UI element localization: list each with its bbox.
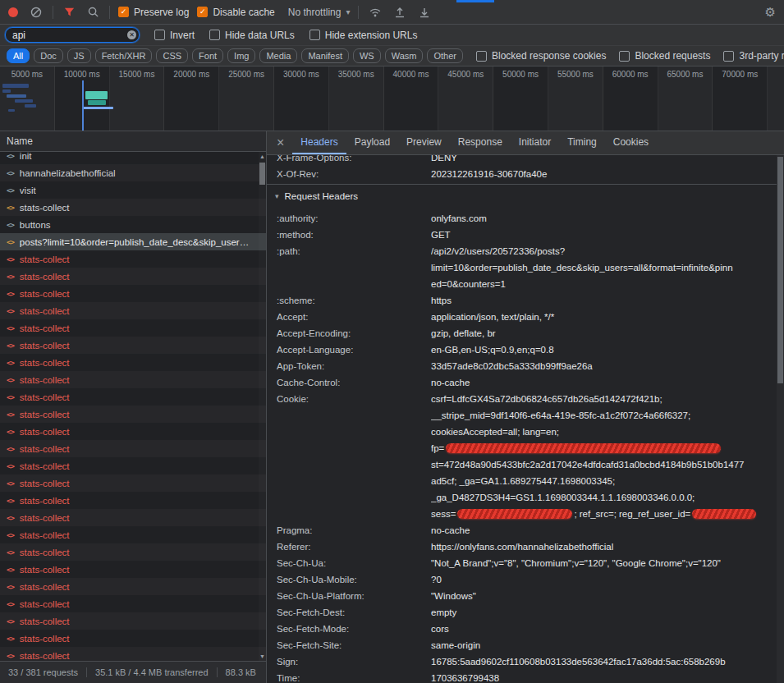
request-row[interactable]: <>stats-collect: [0, 406, 266, 423]
request-list-scrollbar[interactable]: ▲ ▼: [259, 152, 266, 661]
overview-column: 25000 ms: [219, 66, 274, 131]
scroll-up-icon[interactable]: ▲: [259, 154, 266, 159]
overview-time-label: 40000 ms: [384, 70, 438, 79]
type-filter-all[interactable]: All: [7, 48, 30, 63]
export-har-button[interactable]: [416, 4, 433, 21]
filter-input[interactable]: [5, 27, 140, 43]
request-name: stats-collect: [20, 617, 70, 626]
request-row[interactable]: <>stats-collect: [0, 630, 266, 647]
3rd-party-requests-checkbox[interactable]: 3rd-party requests: [723, 50, 784, 62]
request-list-panel: Name <>init<>hannahelizabethofficial<>vi…: [0, 131, 267, 683]
request-row[interactable]: <>visit: [0, 181, 266, 199]
type-filter-manifest[interactable]: Manifest: [301, 48, 349, 63]
import-har-button[interactable]: [392, 4, 408, 21]
request-row[interactable]: <>stats-collect: [0, 526, 266, 543]
header-value: onlyfans.com: [431, 210, 777, 227]
search-button[interactable]: [85, 4, 101, 20]
type-filter-font[interactable]: Font: [192, 48, 223, 63]
request-headers-section-header[interactable]: ▾ Request Headers: [267, 185, 777, 207]
request-row[interactable]: <>stats-collect: [0, 474, 266, 492]
blocked-response-cookies-checkbox[interactable]: Blocked response cookies: [476, 50, 606, 62]
invert-checkbox[interactable]: Invert: [154, 30, 195, 41]
request-row[interactable]: <>stats-collect: [0, 199, 266, 216]
request-row[interactable]: <>init: [0, 152, 266, 164]
preserve-log-checkbox[interactable]: Preserve log: [118, 7, 189, 18]
overview-column: 65000 ms: [658, 66, 713, 131]
network-main-area: Name <>init<>hannahelizabethofficial<>vi…: [0, 131, 784, 683]
timeline-overview[interactable]: 5000 ms10000 ms15000 ms20000 ms25000 ms3…: [0, 66, 784, 131]
header-name: Accept-Encoding:: [267, 325, 431, 342]
request-row[interactable]: <>hannahelizabethofficial: [0, 164, 266, 181]
header-row: Time:1703636799438: [267, 670, 777, 683]
request-row[interactable]: <>stats-collect: [0, 302, 266, 319]
request-row[interactable]: <>stats-collect: [0, 457, 266, 474]
cookie-text: __stripe_mid=9df140f6-e64a-419e-85fc-a1c…: [431, 410, 690, 420]
request-row[interactable]: <>stats-collect: [0, 509, 266, 526]
request-name: stats-collect: [20, 289, 70, 299]
hide-data-urls-checkbox[interactable]: Hide data URLs: [209, 30, 295, 41]
request-row[interactable]: <>stats-collect: [0, 354, 266, 371]
request-row[interactable]: <>stats-collect: [0, 250, 266, 268]
scrollbar-thumb[interactable]: [259, 163, 265, 185]
tab-response[interactable]: Response: [450, 131, 511, 154]
tab-payload[interactable]: Payload: [346, 131, 398, 154]
request-row[interactable]: <>stats-collect: [0, 561, 266, 578]
blocked-requests-checkbox[interactable]: Blocked requests: [619, 50, 710, 62]
request-row[interactable]: <>stats-collect: [0, 371, 266, 388]
type-filter-css[interactable]: CSS: [156, 48, 188, 63]
tab-cookies[interactable]: Cookies: [605, 131, 657, 154]
type-filter-js[interactable]: JS: [67, 48, 91, 63]
throttling-dropdown[interactable]: No throttling ▾: [288, 7, 351, 18]
toolbar-separator: [109, 6, 110, 19]
request-name: stats-collect: [20, 548, 70, 557]
request-type-icon: <>: [7, 169, 14, 177]
tab-initiator[interactable]: Initiator: [511, 131, 559, 154]
settings-button[interactable]: ⚙: [763, 3, 777, 21]
request-row[interactable]: <>stats-collect: [0, 578, 266, 595]
scroll-down-icon[interactable]: ▼: [259, 653, 266, 659]
type-filter-doc[interactable]: Doc: [34, 48, 63, 63]
overview-column: 45000 ms: [438, 66, 493, 131]
type-filter-fetch-xhr[interactable]: Fetch/XHR: [95, 48, 153, 63]
type-filter-other[interactable]: Other: [427, 48, 463, 63]
3rd-party-requests-label: 3rd-party requests: [739, 50, 784, 62]
type-filter-ws[interactable]: WS: [353, 48, 381, 63]
request-name: buttons: [20, 220, 51, 230]
throttling-value: No throttling: [288, 7, 342, 18]
filter-button[interactable]: [62, 4, 77, 20]
request-row[interactable]: <>stats-collect: [0, 337, 266, 354]
network-conditions-button[interactable]: [367, 4, 383, 21]
details-scrollbar[interactable]: [777, 155, 784, 683]
request-row[interactable]: <>stats-collect: [0, 595, 266, 612]
tab-headers[interactable]: Headers: [292, 131, 346, 154]
clear-button[interactable]: [28, 4, 44, 21]
request-row[interactable]: <>stats-collect: [0, 388, 266, 406]
disable-cache-checkbox[interactable]: Disable cache: [197, 7, 274, 18]
type-filter-img[interactable]: Img: [227, 48, 255, 63]
type-filter-wasm[interactable]: Wasm: [385, 48, 424, 63]
request-row[interactable]: <>stats-collect: [0, 492, 266, 509]
tab-preview[interactable]: Preview: [398, 131, 450, 154]
request-row[interactable]: <>stats-collect: [0, 285, 266, 302]
scrollbar-thumb[interactable]: [777, 157, 783, 383]
tab-timing[interactable]: Timing: [559, 131, 605, 154]
request-type-icon: <>: [7, 221, 14, 229]
request-row[interactable]: <>stats-collect: [0, 647, 266, 661]
request-name: stats-collect: [20, 306, 70, 316]
request-row[interactable]: <>buttons: [0, 216, 266, 233]
hide-extension-urls-checkbox[interactable]: Hide extension URLs: [309, 30, 418, 41]
request-row[interactable]: <>stats-collect: [0, 268, 266, 285]
request-row[interactable]: <>stats-collect: [0, 440, 266, 457]
request-row[interactable]: <>posts?limit=10&order=publish_date_desc…: [0, 233, 266, 250]
request-row[interactable]: <>stats-collect: [0, 543, 266, 561]
record-button[interactable]: [7, 6, 20, 19]
request-row[interactable]: <>stats-collect: [0, 612, 266, 630]
redaction-scribble: [457, 509, 572, 519]
name-column-header[interactable]: Name: [0, 131, 266, 152]
clear-filter-icon[interactable]: ✕: [127, 30, 136, 39]
request-row[interactable]: <>stats-collect: [0, 423, 266, 440]
toolbar-separator: [358, 6, 359, 19]
request-row[interactable]: <>stats-collect: [0, 319, 266, 337]
type-filter-media[interactable]: Media: [259, 48, 297, 63]
close-details-icon[interactable]: ×: [277, 136, 284, 149]
